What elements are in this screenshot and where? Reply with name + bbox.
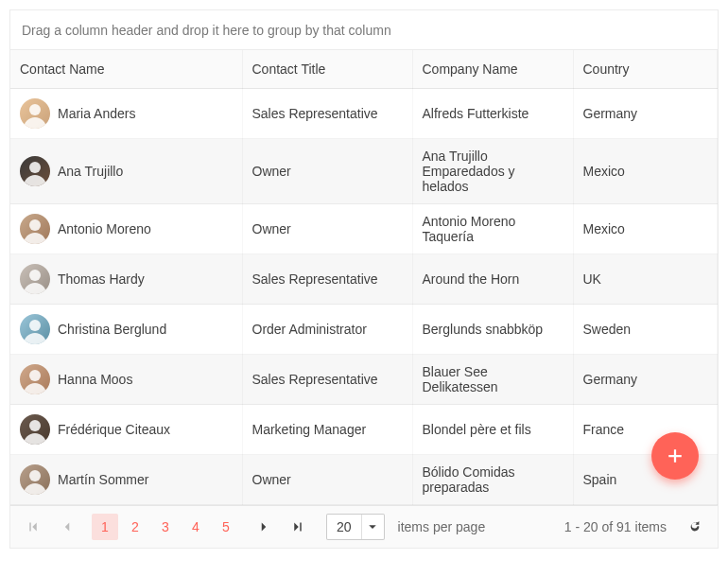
grid-table: Contact Name Contact Title Company Name … — [10, 50, 718, 505]
contact-name-text: Thomas Hardy — [58, 271, 145, 287]
pager-page-button[interactable]: 2 — [122, 514, 148, 540]
pager-last-button[interactable] — [285, 514, 311, 540]
contact-title-cell: Sales Representative — [242, 89, 412, 139]
grouping-hint-text: Drag a column header and drop it here to… — [22, 23, 391, 38]
company-name-cell: Berglunds snabbköp — [412, 305, 573, 355]
contact-title-cell: Owner — [242, 139, 412, 204]
contact-name-text: Maria Anders — [58, 106, 135, 121]
contact-title-cell: Owner — [242, 204, 412, 254]
pager-page-button[interactable]: 4 — [182, 514, 209, 540]
contact-title-cell: Sales Representative — [242, 355, 412, 405]
company-name-cell: Around the Horn — [412, 254, 573, 305]
contact-name-text: Ana Trujillo — [58, 164, 123, 179]
pager-page-button[interactable]: 3 — [152, 514, 179, 540]
avatar — [20, 264, 50, 294]
column-header-company-name[interactable]: Company Name — [412, 50, 573, 89]
contact-name-text: Antonio Moreno — [58, 221, 151, 236]
contact-title-cell: Order Administrator — [242, 305, 412, 355]
table-row[interactable]: Martín SommerOwnerBólido Comidas prepara… — [10, 455, 718, 505]
avatar — [20, 364, 50, 394]
data-grid: Drag a column header and drop it here to… — [9, 9, 719, 549]
contact-name-text: Martín Sommer — [58, 472, 148, 487]
company-name-cell: Blondel père et fils — [412, 405, 573, 455]
pager-page-button[interactable]: 1 — [92, 514, 118, 540]
avatar — [20, 156, 50, 186]
company-name-cell: Antonio Moreno Taquería — [412, 204, 573, 254]
company-name-cell: Bólido Comidas preparadas — [412, 455, 573, 505]
company-name-cell: Alfreds Futterkiste — [412, 89, 573, 139]
pager-page-list: 12345 — [92, 514, 239, 540]
avatar — [20, 414, 50, 445]
pager-prev-button[interactable] — [54, 514, 80, 540]
avatar — [20, 314, 50, 344]
company-name-cell: Blauer See Delikatessen — [412, 355, 573, 405]
country-cell: Mexico — [573, 204, 718, 254]
items-per-page-label: items per page — [398, 519, 486, 534]
pager-refresh-button[interactable] — [682, 514, 708, 540]
contact-name-text: Christina Berglund — [58, 322, 166, 337]
country-cell: Germany — [573, 355, 718, 405]
table-row[interactable]: Hanna MoosSales RepresentativeBlauer See… — [10, 355, 718, 405]
table-row[interactable]: Maria AndersSales RepresentativeAlfreds … — [10, 89, 718, 139]
pager-first-button[interactable] — [20, 514, 46, 540]
column-header-country[interactable]: Country — [573, 50, 718, 89]
last-page-icon — [292, 521, 303, 533]
avatar — [20, 214, 50, 244]
country-cell: Sweden — [573, 305, 718, 355]
pager-page-button[interactable]: 5 — [213, 514, 239, 540]
page-size-value: 20 — [327, 519, 361, 534]
pager-next-button[interactable] — [251, 514, 277, 540]
contact-name-text: Hanna Moos — [58, 372, 132, 387]
avatar — [20, 98, 50, 129]
pager-info-label: 1 - 20 of 91 items — [564, 519, 667, 534]
avatar — [20, 464, 50, 495]
column-header-contact-name[interactable]: Contact Name — [10, 50, 242, 89]
contact-title-cell: Sales Representative — [242, 254, 412, 305]
table-row[interactable]: Ana TrujilloOwnerAna Trujillo Emparedado… — [10, 139, 718, 204]
first-page-icon — [27, 521, 39, 533]
chevron-right-icon — [258, 521, 269, 533]
page-size-dropdown[interactable]: 20 — [326, 514, 385, 540]
grouping-drop-area[interactable]: Drag a column header and drop it here to… — [10, 10, 718, 50]
contact-name-text: Frédérique Citeaux — [58, 422, 170, 437]
table-row[interactable]: Thomas HardySales RepresentativeAround t… — [10, 254, 718, 305]
company-name-cell: Ana Trujillo Emparedados y helados — [412, 139, 573, 204]
chevron-down-icon — [361, 515, 384, 539]
country-cell: Mexico — [573, 139, 718, 204]
country-cell: UK — [573, 254, 718, 305]
contact-title-cell: Owner — [242, 455, 412, 505]
table-row[interactable]: Antonio MorenoOwnerAntonio Moreno Taquer… — [10, 204, 718, 254]
chevron-left-icon — [61, 521, 73, 533]
contact-title-cell: Marketing Manager — [242, 405, 412, 455]
refresh-icon — [688, 520, 702, 533]
column-header-contact-title[interactable]: Contact Title — [242, 50, 412, 89]
table-row[interactable]: Christina BerglundOrder AdministratorBer… — [10, 305, 718, 355]
country-cell: Germany — [573, 89, 718, 139]
pager: 12345 20 items per page 1 - 20 of 91 ite… — [10, 505, 718, 548]
table-row[interactable]: Frédérique CiteauxMarketing ManagerBlond… — [10, 405, 718, 455]
add-fab-button[interactable] — [651, 432, 699, 480]
plus-icon — [667, 447, 684, 464]
